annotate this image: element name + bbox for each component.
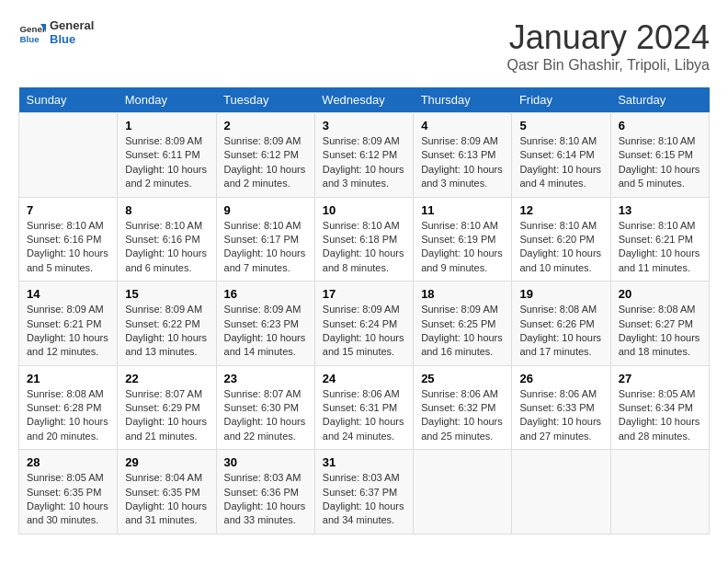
calendar-cell: 12Sunrise: 8:10 AM Sunset: 6:20 PM Dayli… xyxy=(512,197,610,282)
calendar-cell: 14Sunrise: 8:09 AM Sunset: 6:21 PM Dayli… xyxy=(19,282,118,366)
logo-blue-text: Blue xyxy=(50,32,94,46)
day-info: Sunrise: 8:09 AM Sunset: 6:11 PM Dayligh… xyxy=(125,134,208,191)
day-info: Sunrise: 8:10 AM Sunset: 6:20 PM Dayligh… xyxy=(519,219,602,276)
day-info: Sunrise: 8:03 AM Sunset: 6:36 PM Dayligh… xyxy=(224,471,307,528)
day-info: Sunrise: 8:09 AM Sunset: 6:23 PM Dayligh… xyxy=(224,303,307,360)
day-number: 4 xyxy=(421,119,504,132)
svg-text:Blue: Blue xyxy=(20,34,40,44)
calendar-cell xyxy=(610,450,709,534)
day-number: 3 xyxy=(323,119,405,132)
calendar-cell: 9Sunrise: 8:10 AM Sunset: 6:17 PM Daylig… xyxy=(216,197,314,282)
week-row-2: 7Sunrise: 8:10 AM Sunset: 6:16 PM Daylig… xyxy=(19,197,710,282)
calendar-cell: 20Sunrise: 8:08 AM Sunset: 6:27 PM Dayli… xyxy=(610,282,709,366)
day-info: Sunrise: 8:09 AM Sunset: 6:13 PM Dayligh… xyxy=(421,134,504,191)
logo-general-text: General xyxy=(50,18,94,32)
day-header-saturday: Saturday xyxy=(610,87,709,113)
calendar-cell: 8Sunrise: 8:10 AM Sunset: 6:16 PM Daylig… xyxy=(118,197,216,282)
day-number: 8 xyxy=(125,203,208,217)
day-number: 26 xyxy=(519,372,602,385)
subtitle: Qasr Bin Ghashir, Tripoli, Libya xyxy=(506,57,710,74)
day-number: 25 xyxy=(421,372,504,385)
day-header-friday: Friday xyxy=(512,87,610,113)
day-number: 14 xyxy=(27,287,109,301)
calendar-cell: 19Sunrise: 8:08 AM Sunset: 6:26 PM Dayli… xyxy=(512,282,610,366)
week-row-4: 21Sunrise: 8:08 AM Sunset: 6:28 PM Dayli… xyxy=(19,365,710,450)
day-info: Sunrise: 8:07 AM Sunset: 6:29 PM Dayligh… xyxy=(125,387,208,444)
day-info: Sunrise: 8:10 AM Sunset: 6:16 PM Dayligh… xyxy=(125,219,208,276)
day-number: 29 xyxy=(125,455,208,469)
day-info: Sunrise: 8:10 AM Sunset: 6:18 PM Dayligh… xyxy=(323,219,405,276)
day-number: 23 xyxy=(224,372,307,385)
calendar-cell xyxy=(19,113,118,198)
day-number: 18 xyxy=(421,287,504,301)
day-number: 17 xyxy=(323,287,405,301)
calendar-cell: 2Sunrise: 8:09 AM Sunset: 6:12 PM Daylig… xyxy=(216,113,314,198)
day-number: 21 xyxy=(27,372,109,385)
day-header-wednesday: Wednesday xyxy=(314,87,413,113)
day-info: Sunrise: 8:09 AM Sunset: 6:21 PM Dayligh… xyxy=(27,303,109,360)
calendar-cell: 10Sunrise: 8:10 AM Sunset: 6:18 PM Dayli… xyxy=(314,197,413,282)
day-number: 1 xyxy=(125,119,208,132)
header: General Blue General Blue January 2024 Q… xyxy=(18,18,710,74)
day-number: 16 xyxy=(224,287,307,301)
day-info: Sunrise: 8:08 AM Sunset: 6:27 PM Dayligh… xyxy=(619,303,701,360)
day-info: Sunrise: 8:05 AM Sunset: 6:34 PM Dayligh… xyxy=(619,387,701,444)
day-info: Sunrise: 8:03 AM Sunset: 6:37 PM Dayligh… xyxy=(323,471,405,528)
calendar-cell: 26Sunrise: 8:06 AM Sunset: 6:33 PM Dayli… xyxy=(512,365,610,450)
calendar-table: SundayMondayTuesdayWednesdayThursdayFrid… xyxy=(18,87,710,534)
day-info: Sunrise: 8:06 AM Sunset: 6:32 PM Dayligh… xyxy=(421,387,504,444)
day-number: 5 xyxy=(519,119,602,132)
day-number: 19 xyxy=(519,287,602,301)
calendar-cell: 6Sunrise: 8:10 AM Sunset: 6:15 PM Daylig… xyxy=(610,113,709,198)
day-number: 10 xyxy=(323,203,405,217)
calendar-cell: 29Sunrise: 8:04 AM Sunset: 6:35 PM Dayli… xyxy=(118,450,216,534)
day-number: 15 xyxy=(125,287,208,301)
day-info: Sunrise: 8:10 AM Sunset: 6:14 PM Dayligh… xyxy=(519,134,602,191)
day-info: Sunrise: 8:08 AM Sunset: 6:26 PM Dayligh… xyxy=(519,303,602,360)
day-header-tuesday: Tuesday xyxy=(216,87,314,113)
day-info: Sunrise: 8:09 AM Sunset: 6:12 PM Dayligh… xyxy=(323,134,405,191)
calendar-cell: 16Sunrise: 8:09 AM Sunset: 6:23 PM Dayli… xyxy=(216,282,314,366)
calendar-cell: 24Sunrise: 8:06 AM Sunset: 6:31 PM Dayli… xyxy=(314,365,413,450)
day-number: 30 xyxy=(224,455,307,469)
logo-icon: General Blue xyxy=(18,18,46,46)
day-info: Sunrise: 8:10 AM Sunset: 6:17 PM Dayligh… xyxy=(224,219,307,276)
day-number: 11 xyxy=(421,203,504,217)
day-info: Sunrise: 8:09 AM Sunset: 6:22 PM Dayligh… xyxy=(125,303,208,360)
header-row: SundayMondayTuesdayWednesdayThursdayFrid… xyxy=(19,87,710,113)
calendar-cell: 27Sunrise: 8:05 AM Sunset: 6:34 PM Dayli… xyxy=(610,365,709,450)
week-row-1: 1Sunrise: 8:09 AM Sunset: 6:11 PM Daylig… xyxy=(19,113,710,198)
title-section: January 2024 Qasr Bin Ghashir, Tripoli, … xyxy=(506,18,710,74)
day-info: Sunrise: 8:06 AM Sunset: 6:31 PM Dayligh… xyxy=(323,387,405,444)
day-info: Sunrise: 8:09 AM Sunset: 6:12 PM Dayligh… xyxy=(224,134,307,191)
calendar-cell xyxy=(512,450,610,534)
calendar-cell: 28Sunrise: 8:05 AM Sunset: 6:35 PM Dayli… xyxy=(19,450,118,534)
day-number: 9 xyxy=(224,203,307,217)
day-info: Sunrise: 8:10 AM Sunset: 6:21 PM Dayligh… xyxy=(619,219,701,276)
calendar-cell: 13Sunrise: 8:10 AM Sunset: 6:21 PM Dayli… xyxy=(610,197,709,282)
day-info: Sunrise: 8:04 AM Sunset: 6:35 PM Dayligh… xyxy=(125,471,208,528)
calendar-cell: 30Sunrise: 8:03 AM Sunset: 6:36 PM Dayli… xyxy=(216,450,314,534)
calendar-cell: 3Sunrise: 8:09 AM Sunset: 6:12 PM Daylig… xyxy=(314,113,413,198)
day-number: 13 xyxy=(619,203,701,217)
week-row-5: 28Sunrise: 8:05 AM Sunset: 6:35 PM Dayli… xyxy=(19,450,710,534)
calendar-cell: 18Sunrise: 8:09 AM Sunset: 6:25 PM Dayli… xyxy=(414,282,512,366)
day-number: 7 xyxy=(27,203,109,217)
day-info: Sunrise: 8:08 AM Sunset: 6:28 PM Dayligh… xyxy=(27,387,109,444)
day-info: Sunrise: 8:10 AM Sunset: 6:15 PM Dayligh… xyxy=(619,134,701,191)
logo: General Blue General Blue xyxy=(18,18,94,46)
day-number: 22 xyxy=(125,372,208,385)
day-number: 24 xyxy=(323,372,405,385)
day-info: Sunrise: 8:09 AM Sunset: 6:25 PM Dayligh… xyxy=(421,303,504,360)
calendar-cell: 17Sunrise: 8:09 AM Sunset: 6:24 PM Dayli… xyxy=(314,282,413,366)
calendar-cell: 1Sunrise: 8:09 AM Sunset: 6:11 PM Daylig… xyxy=(118,113,216,198)
main-title: January 2024 xyxy=(506,18,710,57)
day-info: Sunrise: 8:10 AM Sunset: 6:16 PM Dayligh… xyxy=(27,219,109,276)
day-info: Sunrise: 8:06 AM Sunset: 6:33 PM Dayligh… xyxy=(519,387,602,444)
calendar-cell: 5Sunrise: 8:10 AM Sunset: 6:14 PM Daylig… xyxy=(512,113,610,198)
day-info: Sunrise: 8:10 AM Sunset: 6:19 PM Dayligh… xyxy=(421,219,504,276)
day-number: 28 xyxy=(27,455,109,469)
calendar-cell: 15Sunrise: 8:09 AM Sunset: 6:22 PM Dayli… xyxy=(118,282,216,366)
day-header-monday: Monday xyxy=(118,87,216,113)
day-info: Sunrise: 8:07 AM Sunset: 6:30 PM Dayligh… xyxy=(224,387,307,444)
